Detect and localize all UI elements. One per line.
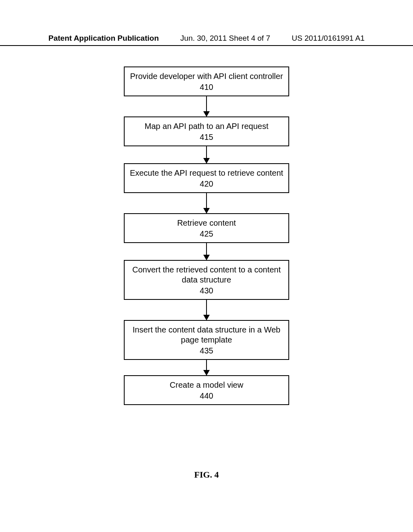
arrow-icon (206, 146, 207, 163)
flowchart: Provide developer with API client contro… (0, 66, 413, 405)
flow-step-num: 410 (128, 82, 285, 92)
flow-step-425: Retrieve content 425 (124, 213, 289, 243)
flow-step-num: 415 (128, 132, 285, 142)
flow-step-text: Retrieve content (177, 218, 236, 227)
flow-step-415: Map an API path to an API request 415 (124, 116, 289, 146)
flow-step-num: 435 (128, 346, 285, 356)
flow-step-420: Execute the API request to retrieve cont… (124, 163, 289, 193)
arrow-icon (206, 193, 207, 213)
arrow-icon (206, 300, 207, 320)
arrow-icon (206, 360, 207, 375)
flow-step-410: Provide developer with API client contro… (124, 66, 289, 96)
page-header: Patent Application Publication Jun. 30, … (0, 34, 413, 46)
figure-label: FIG. 4 (0, 470, 413, 480)
arrow-icon (206, 243, 207, 260)
flow-step-435: Insert the content data structure in a W… (124, 320, 289, 360)
flow-step-num: 440 (128, 391, 285, 401)
flow-step-text: Provide developer with API client contro… (130, 72, 283, 81)
flow-step-num: 420 (128, 179, 285, 189)
flow-step-num: 430 (128, 286, 285, 296)
header-publication: Patent Application Publication (48, 34, 159, 43)
flow-step-num: 425 (128, 229, 285, 239)
flow-step-text: Map an API path to an API request (145, 122, 269, 131)
arrow-icon (206, 96, 207, 116)
flow-step-440: Create a model view 440 (124, 375, 289, 405)
flow-step-text: Insert the content data structure in a W… (133, 325, 281, 344)
header-date-sheet: Jun. 30, 2011 Sheet 4 of 7 (180, 34, 270, 43)
flow-step-text: Create a model view (170, 380, 243, 389)
flow-step-text: Convert the retrieved content to a conte… (132, 265, 281, 284)
flow-step-text: Execute the API request to retrieve cont… (130, 168, 283, 177)
flow-step-430: Convert the retrieved content to a conte… (124, 260, 289, 300)
header-pub-number: US 2011/0161991 A1 (292, 34, 365, 43)
